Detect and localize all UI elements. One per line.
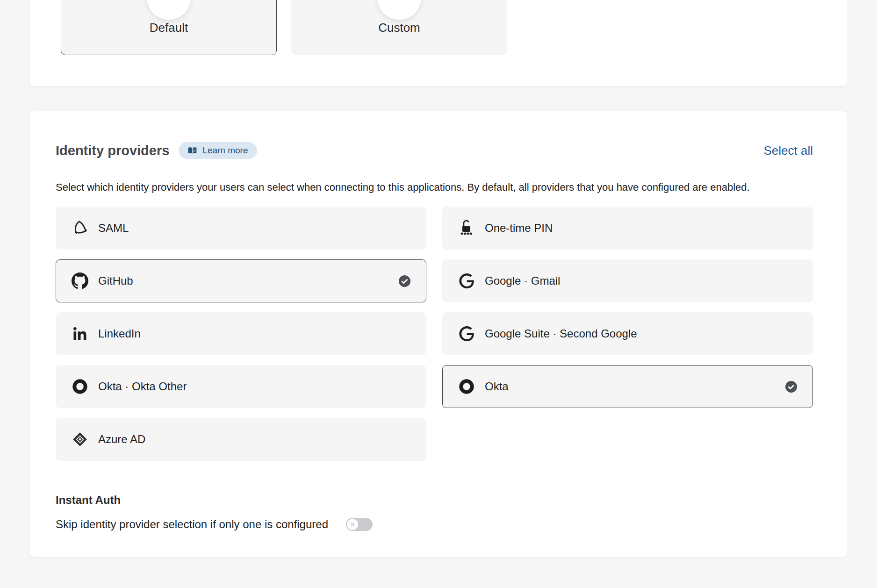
- provider-label: Okta: [485, 380, 509, 393]
- provider-label: GitHub: [98, 274, 133, 287]
- svg-text:****: ****: [460, 230, 472, 237]
- provider-card-azure-ad[interactable]: Azure AD: [56, 418, 426, 461]
- instant-auth-title: Instant Auth: [56, 494, 813, 507]
- provider-card-saml[interactable]: SAML: [56, 207, 426, 250]
- provider-label: Google · Gmail: [485, 274, 560, 287]
- section-title: Identity providers: [56, 141, 169, 160]
- github-icon: [71, 272, 89, 289]
- learn-more-badge[interactable]: Learn more: [179, 142, 257, 159]
- type-illustration-circle: [377, 0, 421, 20]
- app-type-card-custom[interactable]: Custom: [291, 0, 507, 55]
- provider-label: Okta · Okta Other: [98, 380, 187, 393]
- identity-providers-header: Identity providers Learn more Select all: [56, 141, 813, 160]
- one-time-pin-icon: ****: [458, 219, 475, 237]
- toggle-knob: [347, 519, 358, 530]
- type-card-label: Custom: [378, 21, 420, 35]
- okta-icon: [71, 379, 89, 394]
- book-icon: [187, 146, 197, 156]
- provider-card-linkedin[interactable]: LinkedIn: [56, 312, 426, 355]
- app-type-panel: Default Custom: [29, 0, 848, 86]
- type-card-label: Default: [150, 21, 188, 35]
- instant-auth-toggle[interactable]: [346, 518, 373, 531]
- google-icon: [458, 273, 475, 288]
- select-all-link[interactable]: Select all: [764, 143, 813, 158]
- learn-more-label: Learn more: [202, 145, 248, 156]
- azure-ad-icon: [71, 431, 89, 447]
- provider-label: LinkedIn: [98, 327, 141, 340]
- providers-description: Select which identity providers your use…: [56, 181, 813, 194]
- app-type-card-default[interactable]: Default: [61, 0, 277, 55]
- providers-grid: SAML **** One-time PIN GitHub Google · G…: [56, 207, 813, 461]
- provider-card-one-time-pin[interactable]: **** One-time PIN: [442, 207, 813, 250]
- selected-check-icon: [785, 380, 798, 393]
- provider-card-google-suite-second-google[interactable]: Google Suite · Second Google: [442, 312, 813, 355]
- toggle-x-icon: [350, 522, 355, 527]
- provider-card-google-gmail[interactable]: Google · Gmail: [442, 259, 813, 302]
- instant-auth-row: Skip identity provider selection if only…: [56, 518, 813, 531]
- provider-card-okta[interactable]: Okta: [442, 365, 813, 408]
- saml-icon: [71, 220, 89, 237]
- provider-label: Google Suite · Second Google: [485, 327, 637, 340]
- type-illustration-circle: [147, 0, 191, 20]
- selected-check-icon: [398, 275, 411, 287]
- provider-label: Azure AD: [98, 433, 145, 446]
- okta-icon: [458, 379, 475, 394]
- provider-card-github[interactable]: GitHub: [56, 259, 426, 302]
- provider-label: SAML: [98, 222, 129, 235]
- linkedin-icon: [71, 326, 89, 341]
- identity-providers-panel: Identity providers Learn more Select all…: [29, 111, 848, 557]
- google-icon: [458, 326, 475, 341]
- provider-card-okta-okta-other[interactable]: Okta · Okta Other: [56, 365, 426, 408]
- provider-label: One-time PIN: [485, 222, 553, 235]
- instant-auth-label: Skip identity provider selection if only…: [56, 518, 328, 531]
